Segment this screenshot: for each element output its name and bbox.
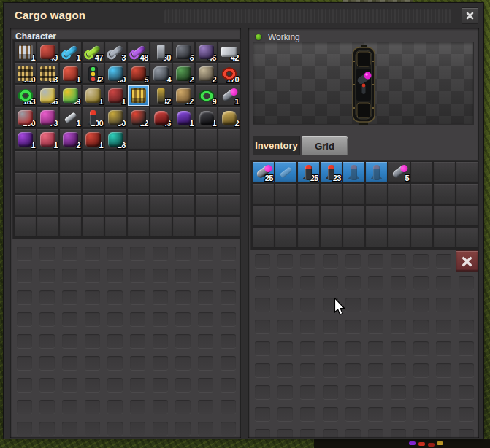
inventory-slot[interactable]: 170 — [218, 63, 240, 84]
inventory-slot[interactable] — [37, 151, 58, 171]
inventory-slot[interactable]: 25 — [253, 162, 274, 182]
inventory-slot[interactable] — [434, 162, 455, 182]
inventory-slot[interactable] — [150, 195, 172, 215]
inventory-slot[interactable] — [83, 195, 104, 215]
inventory-slot[interactable] — [218, 217, 240, 237]
inventory-slot[interactable]: 1 — [173, 107, 194, 128]
inventory-slot[interactable] — [15, 173, 36, 193]
inventory-slot[interactable] — [173, 129, 194, 150]
inventory-slot[interactable] — [196, 195, 217, 215]
inventory-slot[interactable] — [105, 173, 126, 193]
inventory-slot[interactable] — [411, 228, 432, 248]
inventory-slot[interactable]: 1 — [83, 85, 104, 106]
inventory-slot[interactable]: 2 — [196, 63, 217, 84]
inventory-slot[interactable] — [37, 195, 58, 215]
inventory-slot[interactable] — [366, 206, 387, 226]
inventory-slot[interactable]: 1 — [15, 129, 36, 150]
inventory-slot[interactable]: 1 — [218, 85, 240, 106]
inventory-slot[interactable]: 73 — [37, 107, 58, 128]
inventory-slot[interactable] — [253, 206, 274, 226]
inventory-slot[interactable]: 23 — [321, 162, 342, 182]
inventory-slot[interactable] — [37, 173, 58, 193]
inventory-slot[interactable] — [105, 151, 126, 171]
inventory-slot[interactable]: 1 — [15, 42, 36, 62]
inventory-slot[interactable]: 1 — [83, 129, 104, 150]
inventory-slot[interactable] — [456, 184, 478, 204]
inventory-slot[interactable] — [83, 217, 104, 237]
inventory-slot[interactable] — [434, 206, 455, 226]
inventory-slot[interactable] — [275, 206, 296, 226]
window-drag-handle[interactable] — [164, 9, 451, 23]
inventory-slot[interactable]: 3 — [105, 42, 126, 62]
inventory-slot[interactable]: 1 — [60, 107, 81, 128]
inventory-slot[interactable]: 4 — [150, 63, 172, 84]
inventory-slot[interactable] — [321, 228, 342, 248]
inventory-slot[interactable]: 53 — [37, 63, 58, 84]
inventory-slot[interactable] — [218, 151, 240, 171]
inventory-slot[interactable] — [60, 195, 81, 215]
inventory-slot[interactable]: 12 — [128, 107, 149, 128]
inventory-limit-button[interactable] — [456, 251, 478, 271]
inventory-slot[interactable] — [128, 195, 149, 215]
inventory-slot[interactable] — [253, 184, 274, 204]
inventory-slot[interactable]: 12 — [173, 85, 194, 106]
inventory-slot[interactable] — [60, 217, 81, 237]
inventory-slot[interactable] — [128, 151, 149, 171]
inventory-slot[interactable] — [218, 129, 240, 150]
inventory-slot[interactable] — [150, 129, 172, 150]
inventory-slot[interactable] — [366, 184, 387, 204]
inventory-slot[interactable] — [456, 162, 478, 182]
inventory-slot[interactable]: 50 — [150, 42, 172, 62]
inventory-slot[interactable] — [150, 173, 172, 193]
inventory-slot[interactable] — [343, 184, 364, 204]
inventory-slot[interactable] — [15, 195, 36, 215]
inventory-slot[interactable]: 46 — [196, 42, 217, 62]
inventory-slot[interactable] — [298, 228, 319, 248]
inventory-slot[interactable] — [366, 162, 387, 182]
inventory-slot[interactable] — [366, 228, 387, 248]
inventory-slot[interactable]: 49 — [60, 85, 81, 106]
inventory-slot[interactable] — [196, 129, 217, 150]
inventory-slot[interactable]: 1 — [37, 129, 58, 150]
inventory-slot[interactable] — [128, 217, 149, 237]
inventory-slot[interactable]: 25 — [298, 162, 319, 182]
inventory-slot[interactable]: 49 — [37, 42, 58, 62]
inventory-slot[interactable] — [173, 195, 194, 215]
inventory-slot[interactable]: 2 — [218, 107, 240, 128]
inventory-slot[interactable] — [321, 184, 342, 204]
inventory-slot[interactable] — [105, 195, 126, 215]
inventory-slot[interactable] — [128, 173, 149, 193]
inventory-slot[interactable] — [60, 151, 81, 171]
inventory-slot[interactable] — [173, 173, 194, 193]
inventory-slot[interactable] — [388, 184, 410, 204]
inventory-slot[interactable] — [150, 151, 172, 171]
inventory-slot[interactable]: 42 — [83, 63, 104, 84]
inventory-slot[interactable] — [105, 217, 126, 237]
inventory-slot[interactable] — [411, 206, 432, 226]
inventory-slot[interactable] — [196, 217, 217, 237]
tab-grid[interactable]: Grid — [302, 136, 348, 155]
inventory-slot[interactable] — [343, 206, 364, 226]
inventory-slot[interactable] — [128, 85, 149, 106]
inventory-slot[interactable] — [434, 228, 455, 248]
inventory-slot[interactable] — [253, 228, 274, 248]
inventory-slot[interactable] — [196, 151, 217, 171]
inventory-slot[interactable] — [388, 228, 410, 248]
inventory-slot[interactable] — [275, 228, 296, 248]
inventory-slot[interactable]: 2 — [60, 129, 81, 150]
inventory-slot[interactable]: 46 — [150, 107, 172, 128]
inventory-slot[interactable]: 42 — [150, 85, 172, 106]
inventory-slot[interactable]: 5 — [388, 162, 410, 182]
inventory-slot[interactable] — [343, 228, 364, 248]
inventory-slot[interactable] — [218, 195, 240, 215]
inventory-slot[interactable] — [83, 173, 104, 193]
inventory-slot[interactable]: 100 — [15, 63, 36, 84]
close-button[interactable] — [462, 8, 478, 23]
inventory-slot[interactable] — [150, 217, 172, 237]
inventory-slot[interactable] — [60, 173, 81, 193]
inventory-slot[interactable] — [15, 217, 36, 237]
inventory-slot[interactable] — [456, 228, 478, 248]
inventory-slot[interactable] — [275, 162, 296, 182]
inventory-slot[interactable]: 2 — [173, 63, 194, 84]
inventory-slot[interactable]: 1 — [196, 107, 217, 128]
